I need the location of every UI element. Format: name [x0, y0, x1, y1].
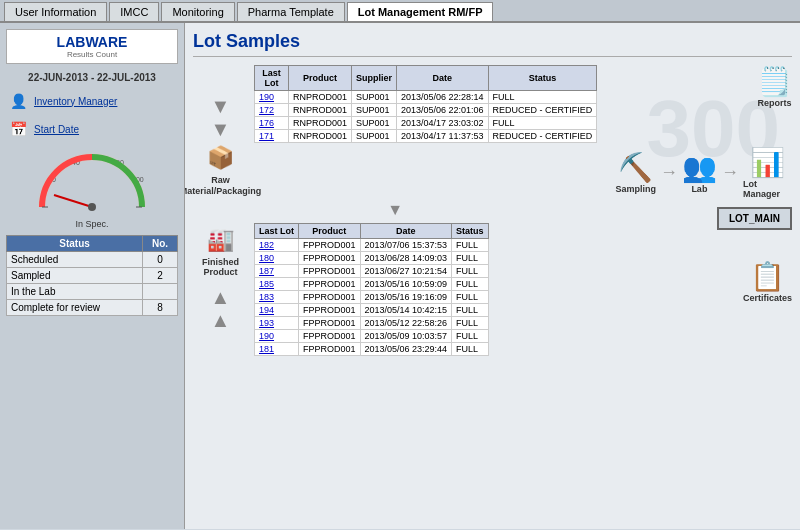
gauge-label: In Spec. [6, 219, 178, 229]
tab-bar: User Information IMCC Monitoring Pharma … [0, 0, 800, 23]
date-cell: 2013/05/16 19:16:09 [360, 290, 452, 303]
date-cell: 2013/04/17 11:37:53 [396, 130, 488, 143]
inventory-label[interactable]: Inventory Manager [34, 96, 117, 107]
status-cell: FULL [452, 303, 489, 316]
fp-table-row: 180 FPPROD001 2013/06/28 14:09:03 FULL [255, 251, 489, 264]
fp-table-header: Last Lot [255, 223, 299, 238]
fp-table-header: Date [360, 223, 452, 238]
reports-label: Reports [757, 98, 791, 108]
lot-main-button[interactable]: LOT_MAIN [717, 207, 792, 230]
raw-table-row: 171 RNPROD001 SUP001 2013/04/17 11:37:53… [255, 130, 597, 143]
status-cell: FULL [452, 342, 489, 355]
logo-area: LABWARE Results Count [6, 29, 178, 64]
fp-table-row: 181 FPPROD001 2013/05/06 23:29:44 FULL [255, 342, 489, 355]
status-cell: Complete for review [7, 300, 143, 316]
raw-table-header: Supplier [351, 66, 396, 91]
fp-table-row: 193 FPPROD001 2013/05/12 22:58:26 FULL [255, 316, 489, 329]
fp-table-wrapper: Last LotProductDateStatus 182 FPPROD001 … [254, 223, 489, 356]
lot-link[interactable]: 193 [255, 316, 299, 329]
product-cell: FPPROD001 [299, 238, 361, 251]
tab-imcc[interactable]: IMCC [109, 2, 159, 21]
lab-label: Lab [691, 184, 707, 194]
status-cell: Sampled [7, 268, 143, 284]
fp-table-row: 190 FPPROD001 2013/05/09 10:03:57 FULL [255, 329, 489, 342]
inventory-manager-item[interactable]: 👤 Inventory Manager [6, 89, 178, 113]
calendar-icon: 📅 [6, 117, 30, 141]
fp-table-header: Product [299, 223, 361, 238]
lot-link[interactable]: 190 [255, 329, 299, 342]
raw-table-row: 172 RNPROD001 SUP001 2013/05/06 22:01:06… [255, 104, 597, 117]
lot-link[interactable]: 181 [255, 342, 299, 355]
date-cell: 2013/05/14 10:42:15 [360, 303, 452, 316]
date-cell: 2013/06/28 14:09:03 [360, 251, 452, 264]
status-cell: FULL [452, 316, 489, 329]
status-cell: FULL [488, 91, 597, 104]
raw-table-header: Date [396, 66, 488, 91]
lot-link[interactable]: 194 [255, 303, 299, 316]
supplier-cell: SUP001 [351, 117, 396, 130]
product-cell: FPPROD001 [299, 290, 361, 303]
inventory-icon: 👤 [6, 89, 30, 113]
status-cell: FULL [452, 277, 489, 290]
sampling-label: Sampling [615, 184, 656, 194]
page-title: Lot Samples [193, 31, 792, 57]
tab-user-information[interactable]: User Information [4, 2, 107, 21]
svg-line-6 [54, 195, 92, 207]
status-cell: FULL [488, 117, 597, 130]
product-cell: FPPROD001 [299, 251, 361, 264]
tab-lot-management[interactable]: Lot Management RM/FP [347, 2, 494, 21]
lot-link[interactable]: 190 [255, 91, 289, 104]
raw-material-table: Last LotProductSupplierDateStatus 190 RN… [254, 65, 597, 143]
status-cell: In the Lab [7, 284, 143, 300]
product-cell: RNPROD001 [288, 130, 351, 143]
raw-material-table-wrapper: Last LotProductSupplierDateStatus 190 RN… [254, 65, 597, 143]
no-cell: 0 [143, 252, 178, 268]
status-cell: FULL [452, 251, 489, 264]
status-cell: Scheduled [7, 252, 143, 268]
status-table-row: In the Lab [7, 284, 178, 300]
sidebar: LABWARE Results Count 22-JUN-2013 - 22-J… [0, 23, 185, 529]
date-cell: 2013/05/06 23:29:44 [360, 342, 452, 355]
fp-table-header: Status [452, 223, 489, 238]
product-cell: FPPROD001 [299, 329, 361, 342]
lot-link[interactable]: 187 [255, 264, 299, 277]
supplier-cell: SUP001 [351, 130, 396, 143]
start-date-label[interactable]: Start Date [34, 124, 79, 135]
lot-link[interactable]: 182 [255, 238, 299, 251]
lot-link[interactable]: 176 [255, 117, 289, 130]
date-cell: 2013/04/17 23:03:02 [396, 117, 488, 130]
lot-link[interactable]: 185 [255, 277, 299, 290]
product-cell: RNPROD001 [288, 117, 351, 130]
lot-link[interactable]: 171 [255, 130, 289, 143]
status-cell: FULL [452, 290, 489, 303]
product-cell: RNPROD001 [288, 91, 351, 104]
status-cell: REDUCED - CERTIFIED [488, 104, 597, 117]
tab-monitoring[interactable]: Monitoring [161, 2, 234, 21]
lot-manager-label: Lot Manager [743, 179, 792, 199]
product-cell: RNPROD001 [288, 104, 351, 117]
lot-link[interactable]: 183 [255, 290, 299, 303]
raw-material-label: Raw Material/Packaging [185, 175, 261, 197]
gauge-area: 0 20 40 60 80 100 In Spec. [6, 147, 178, 229]
certificates-label: Certificates [743, 293, 792, 303]
product-cell: FPPROD001 [299, 342, 361, 355]
fp-table-row: 187 FPPROD001 2013/06/27 10:21:54 FULL [255, 264, 489, 277]
status-cell: REDUCED - CERTIFIED [488, 130, 597, 143]
date-cell: 2013/05/12 22:58:26 [360, 316, 452, 329]
no-cell: 8 [143, 300, 178, 316]
start-date-item[interactable]: 📅 Start Date [6, 117, 178, 141]
date-cell: 2013/05/06 22:01:06 [396, 104, 488, 117]
raw-table-header: Last Lot [255, 66, 289, 91]
status-table-row: Scheduled0 [7, 252, 178, 268]
status-cell: FULL [452, 264, 489, 277]
tab-pharma-template[interactable]: Pharma Template [237, 2, 345, 21]
date-range: 22-JUN-2013 - 22-JUL-2013 [6, 72, 178, 83]
lot-link[interactable]: 180 [255, 251, 299, 264]
product-cell: FPPROD001 [299, 316, 361, 329]
raw-table-row: 190 RNPROD001 SUP001 2013/05/06 22:28:14… [255, 91, 597, 104]
status-cell: FULL [452, 329, 489, 342]
lot-link[interactable]: 172 [255, 104, 289, 117]
no-col-header: No. [143, 236, 178, 252]
supplier-cell: SUP001 [351, 104, 396, 117]
product-cell: FPPROD001 [299, 277, 361, 290]
